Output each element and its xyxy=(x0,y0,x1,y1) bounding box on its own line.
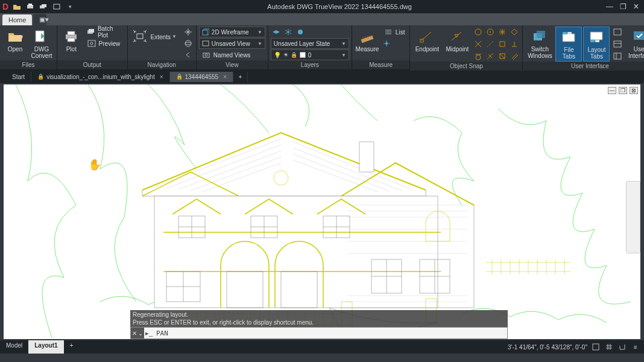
svg-rect-7 xyxy=(68,31,75,35)
status-grid-icon[interactable] xyxy=(604,342,614,352)
add-layout-button[interactable]: + xyxy=(64,340,76,354)
user-interface-button[interactable]: User Interface xyxy=(625,27,644,60)
layout1-tab[interactable]: Layout1 xyxy=(28,340,63,354)
app-logo: D xyxy=(2,2,8,11)
command-prompt-icon: ▸_ xyxy=(144,329,154,337)
canvas-minimize-icon[interactable]: — xyxy=(608,87,616,94)
qat-dropdown-icon[interactable]: ▼ xyxy=(65,2,75,11)
endpoint-label: Endpoint xyxy=(415,46,439,52)
intersection-snap-icon[interactable] xyxy=(473,39,484,49)
measure-button[interactable]: Measure xyxy=(355,27,380,54)
layer-off-icon[interactable] xyxy=(295,27,306,37)
canvas-restore-icon[interactable]: ❐ xyxy=(619,87,627,94)
status-units-icon[interactable] xyxy=(617,342,627,352)
ui-toggle-1-icon[interactable] xyxy=(612,27,623,37)
svg-rect-35 xyxy=(590,32,602,40)
minimize-button[interactable]: — xyxy=(604,2,615,11)
file-tabs-icon xyxy=(560,28,577,45)
svg-rect-59 xyxy=(593,344,599,350)
start-tab-label: Start xyxy=(12,74,25,80)
tangent-snap-icon[interactable] xyxy=(473,51,484,62)
insertion-snap-icon[interactable] xyxy=(497,39,508,49)
layout-tabs-button[interactable]: Layout Tabs xyxy=(583,27,610,62)
layer-isolate-icon[interactable] xyxy=(271,27,282,37)
active-doc-tab[interactable]: 🔒1344464555× xyxy=(170,72,233,82)
ruler-icon xyxy=(359,28,376,45)
command-handle-icon[interactable]: ✕ ⌄ xyxy=(131,328,144,338)
svg-point-14 xyxy=(185,40,191,46)
plot-button[interactable]: Plot xyxy=(60,27,83,54)
svg-rect-31 xyxy=(537,31,545,38)
model-tab[interactable]: Model xyxy=(0,340,28,354)
navigation-panel-label: Navigation xyxy=(128,60,196,69)
nearest-snap-icon[interactable] xyxy=(485,51,496,62)
ui-toggle-3-icon[interactable] xyxy=(612,51,623,62)
svg-rect-16 xyxy=(203,30,207,35)
svg-point-15 xyxy=(185,42,191,45)
layer-dropdown[interactable]: 💡 ☀ 🔒 0 ▼ xyxy=(271,49,349,60)
switch-windows-button[interactable]: Switch Windows xyxy=(525,27,554,60)
named-views-button[interactable]: Named Views xyxy=(199,49,265,60)
close-icon[interactable]: × xyxy=(160,74,163,80)
layer-freeze-icon[interactable] xyxy=(283,27,294,37)
ribbon-options-icon[interactable]: ▣▾ xyxy=(33,14,46,25)
named-view-dropdown[interactable]: Unsaved View ▼ xyxy=(199,38,265,49)
output-panel-label: Output xyxy=(57,60,127,69)
quadrant-snap-icon[interactable] xyxy=(509,27,520,37)
midpoint-button[interactable]: Midpoint xyxy=(443,27,472,54)
plot-label: Plot xyxy=(66,46,77,52)
list-button[interactable]: List xyxy=(381,27,408,37)
extension-snap-icon[interactable] xyxy=(485,39,496,49)
id-point-icon[interactable] xyxy=(381,38,392,49)
maximize-button[interactable]: ❐ xyxy=(617,2,628,11)
lock-icon: 🔒 xyxy=(176,74,183,80)
layer-color-swatch xyxy=(300,52,306,58)
close-button[interactable]: × xyxy=(631,2,642,11)
switch-windows-label: Switch Windows xyxy=(528,46,552,59)
perpendicular-snap-icon[interactable] xyxy=(509,39,520,49)
drawing-canvas[interactable]: — ❐ ⊠ ✋ xyxy=(4,84,640,339)
preview-icon xyxy=(87,39,96,48)
command-input-text[interactable]: PAN xyxy=(154,329,168,337)
parallel-snap-icon[interactable] xyxy=(509,51,520,62)
visual-style-dropdown[interactable]: 2D Wireframe ▼ xyxy=(199,27,265,37)
layer-state-dropdown[interactable]: Unsaved Layer State ▼ xyxy=(271,38,349,49)
endpoint-button[interactable]: Endpoint xyxy=(412,27,441,54)
orbit-icon[interactable] xyxy=(183,38,194,49)
node-snap-icon[interactable] xyxy=(497,27,508,37)
geometric-center-icon[interactable] xyxy=(485,27,496,37)
pan-icon[interactable] xyxy=(183,27,194,37)
extents-icon xyxy=(131,28,148,45)
preview-icon[interactable] xyxy=(52,2,62,11)
open-button[interactable]: Open xyxy=(2,27,28,54)
batch-plot-icon[interactable] xyxy=(39,2,48,11)
status-paper-icon[interactable] xyxy=(591,342,601,352)
visualization-tab[interactable]: 🔒visualization_-_con...inium_with_skylig… xyxy=(31,72,169,82)
file-tabs-button[interactable]: File Tabs xyxy=(555,27,582,62)
start-tab[interactable]: Start xyxy=(6,72,31,82)
plot-icon[interactable] xyxy=(25,2,35,11)
batch-plot-button[interactable]: Batch Plot xyxy=(84,27,125,37)
batch-plot-label: Batch Plot xyxy=(98,25,122,39)
output-panel: Plot Batch Plot Preview Output xyxy=(57,25,128,69)
status-customize-icon[interactable]: ≡ xyxy=(631,342,640,352)
midpoint-icon xyxy=(449,28,466,45)
zoom-back-icon[interactable] xyxy=(183,49,194,60)
canvas-close-icon[interactable]: ⊠ xyxy=(630,87,638,94)
sun-icon: ☀ xyxy=(283,52,288,58)
navigation-bar[interactable] xyxy=(626,181,640,253)
center-snap-icon[interactable] xyxy=(473,27,484,37)
active-doc-tab-label: 1344464555 xyxy=(185,74,219,80)
new-tab-button[interactable]: + xyxy=(233,72,248,82)
home-tab[interactable]: Home xyxy=(2,14,32,25)
object-snap-panel-label: Object Snap xyxy=(410,62,522,71)
open-icon[interactable] xyxy=(12,2,22,11)
apparent-intersection-icon[interactable] xyxy=(497,51,508,62)
ui-toggle-2-icon[interactable] xyxy=(612,39,623,49)
extents-button[interactable]: Extents ▼ xyxy=(130,27,178,46)
preview-label: Preview xyxy=(99,40,121,47)
command-line[interactable]: ✕ ⌄ ▸_ PAN xyxy=(130,327,508,339)
close-icon[interactable]: × xyxy=(223,74,227,80)
dwg-convert-button[interactable]: DWG Convert xyxy=(29,27,54,60)
preview-button[interactable]: Preview xyxy=(84,38,125,49)
